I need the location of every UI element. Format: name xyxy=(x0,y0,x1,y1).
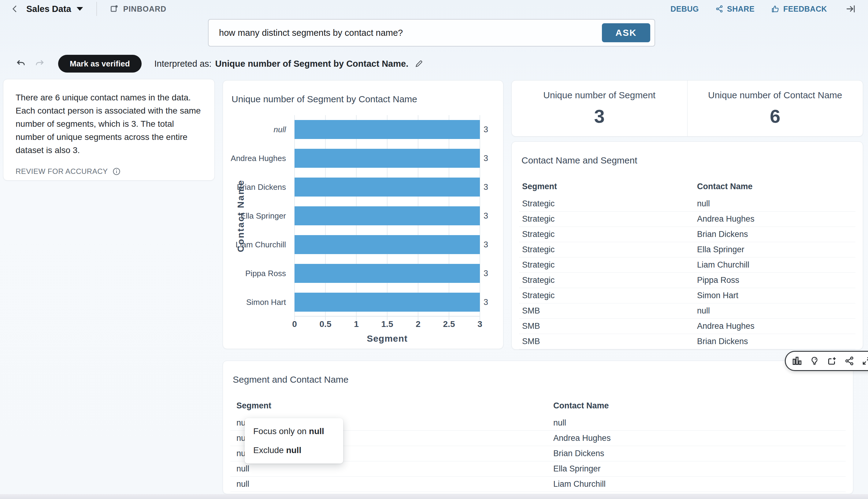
y-category-label[interactable]: Ella Springer xyxy=(223,202,290,230)
bar[interactable] xyxy=(294,149,480,168)
table-cell[interactable]: Brian Dickens xyxy=(553,449,846,458)
info-icon[interactable] xyxy=(112,167,121,176)
table-cell[interactable]: Liam Churchill xyxy=(697,260,855,270)
edit-pencil-icon[interactable] xyxy=(414,59,424,68)
table-cell[interactable]: Pippa Ross xyxy=(697,276,855,285)
chevron-down-icon[interactable] xyxy=(76,7,84,11)
bar[interactable] xyxy=(294,235,480,254)
table-cell[interactable]: Ella Springer xyxy=(553,464,846,474)
x-tick-label: 1.5 xyxy=(381,319,393,329)
column-header[interactable]: Contact Name xyxy=(553,401,846,411)
y-category-label[interactable]: Liam Churchill xyxy=(223,230,290,259)
table-cell[interactable]: Strategic xyxy=(522,245,697,254)
share-button[interactable]: SHARE xyxy=(715,4,755,13)
bar-value-label: 3 xyxy=(483,288,502,317)
table-cell[interactable]: null xyxy=(697,199,855,208)
table-row: Strategicnull xyxy=(519,196,855,211)
expand-icon[interactable] xyxy=(861,356,868,366)
table-row: SMBnull xyxy=(519,303,855,319)
bar-row xyxy=(294,202,480,230)
column-header[interactable]: Segment xyxy=(522,182,697,191)
chart-actions-toolbar xyxy=(785,351,868,371)
add-to-pinboard-icon[interactable] xyxy=(827,356,837,366)
y-category-label[interactable]: Pippa Ross xyxy=(223,259,290,288)
table-cell[interactable]: null xyxy=(236,479,553,489)
table-cell[interactable]: Brian Dickens xyxy=(697,337,855,346)
feedback-button[interactable]: FEEDBACK xyxy=(771,4,827,13)
menu-item-text: Focus only on xyxy=(253,426,309,436)
ask-search-bar: ASK xyxy=(208,19,655,47)
thumbs-up-icon xyxy=(771,4,780,13)
redo-icon[interactable] xyxy=(34,59,45,69)
table-row: StrategicElla Springer xyxy=(519,242,855,257)
table-cell[interactable]: Strategic xyxy=(522,260,697,270)
bar[interactable] xyxy=(294,264,480,283)
kpi: Unique number of Segment3 xyxy=(512,81,687,136)
context-menu-item[interactable]: Exclude null xyxy=(245,441,343,460)
table-row: StrategicBrian Dickens xyxy=(519,227,855,242)
menu-item-text: Exclude xyxy=(253,446,286,455)
debug-button[interactable]: DEBUG xyxy=(670,4,699,13)
table-cell[interactable]: Brian Dickens xyxy=(697,230,855,239)
undo-icon[interactable] xyxy=(15,59,26,69)
table-cell[interactable]: null xyxy=(553,418,846,428)
y-category-label[interactable]: null xyxy=(223,115,290,144)
y-category-label[interactable]: Andrea Hughes xyxy=(223,144,290,173)
bar[interactable] xyxy=(294,178,480,196)
answer-summary-card: There are 6 unique contact names in the … xyxy=(3,79,215,181)
mark-as-verified-button[interactable]: Mark as verified xyxy=(58,55,142,73)
table-cell[interactable]: Strategic xyxy=(522,276,697,285)
table-cell[interactable]: Liam Churchill xyxy=(553,479,846,489)
x-tick-label: 2.5 xyxy=(443,319,455,329)
table-cell[interactable]: SMB xyxy=(522,337,697,346)
kpi: Unique number of Contact Name6 xyxy=(687,81,863,136)
bar-value-labels: 3333333 xyxy=(483,115,502,317)
table-cell[interactable]: Andrea Hughes xyxy=(553,434,846,443)
table-cell[interactable]: null xyxy=(236,464,553,474)
bar-value-label: 3 xyxy=(483,202,502,230)
verify-row: Mark as verified Interpreted as: Unique … xyxy=(15,54,424,73)
share-icon xyxy=(715,5,723,13)
table-title: Contact Name and Segment xyxy=(521,155,855,166)
table-cell[interactable]: Strategic xyxy=(522,199,697,208)
back-icon[interactable] xyxy=(10,4,20,14)
context-menu: Focus only on nullExclude null xyxy=(245,418,343,463)
question-input[interactable] xyxy=(218,27,602,38)
kpi-value: 3 xyxy=(594,105,605,127)
table-cell[interactable]: Andrea Hughes xyxy=(697,214,855,224)
pinboard-button[interactable]: PINBOARD xyxy=(110,4,166,13)
context-menu-item[interactable]: Focus only on null xyxy=(245,422,343,441)
table-cell[interactable]: Strategic xyxy=(522,291,697,300)
table-cell[interactable]: Ella Springer xyxy=(697,245,855,254)
menu-item-value: null xyxy=(309,426,324,436)
bar[interactable] xyxy=(294,120,480,139)
lightbulb-icon[interactable] xyxy=(809,356,819,366)
share-label: SHARE xyxy=(727,4,755,13)
table-cell[interactable]: Andrea Hughes xyxy=(697,321,855,331)
y-category-label[interactable]: Brian Dickens xyxy=(223,173,290,202)
table-cell[interactable]: SMB xyxy=(522,306,697,316)
column-chart-icon[interactable] xyxy=(792,356,802,366)
dataset-name[interactable]: Sales Data xyxy=(26,4,71,14)
collapse-panel-icon[interactable] xyxy=(845,4,856,14)
column-header[interactable]: Segment xyxy=(236,401,553,411)
kpi-label: Unique number of Contact Name xyxy=(708,90,842,100)
bar-row xyxy=(294,144,480,173)
table-cell[interactable]: Strategic xyxy=(522,214,697,224)
column-header[interactable]: Contact Name xyxy=(697,182,855,191)
table-row: StrategicAndrea Hughes xyxy=(519,211,855,227)
table-header-row: SegmentContact Name xyxy=(230,397,846,414)
ask-button[interactable]: ASK xyxy=(602,23,650,42)
y-category-label[interactable]: Simon Hart xyxy=(223,288,290,317)
share-icon[interactable] xyxy=(844,356,854,366)
bar[interactable] xyxy=(294,206,480,225)
bar[interactable] xyxy=(294,293,480,312)
table-row: nullLiam Churchill xyxy=(230,477,846,492)
bar-chart-card: Unique number of Segment by Contact Name… xyxy=(223,80,503,349)
kpi-value: 6 xyxy=(770,105,780,127)
table-cell[interactable]: null xyxy=(697,306,855,316)
kpi-card: Unique number of Segment3Unique number o… xyxy=(511,80,863,136)
table-cell[interactable]: Strategic xyxy=(522,230,697,239)
table-cell[interactable]: SMB xyxy=(522,321,697,331)
table-cell[interactable]: Simon Hart xyxy=(697,291,855,300)
